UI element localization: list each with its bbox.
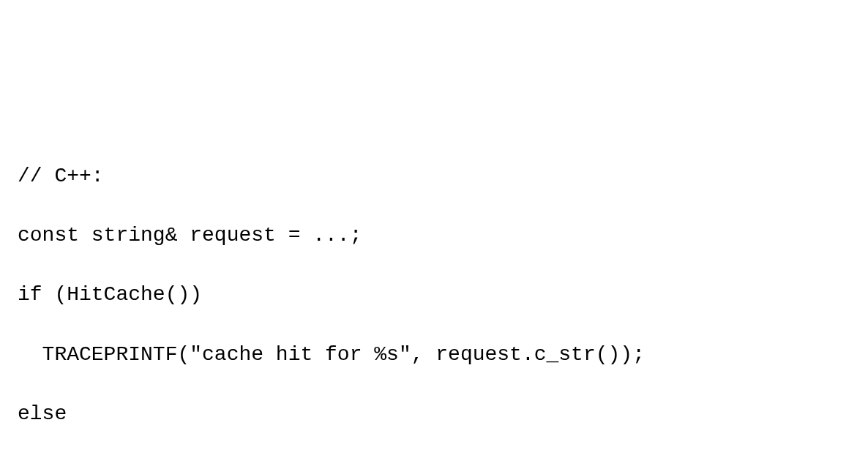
- code-line: TRACEPRINTF("cache hit for %s", request.…: [18, 340, 850, 370]
- code-snippet: // C++: const string& request = ...; if …: [18, 132, 850, 458]
- code-line: // C++:: [18, 162, 850, 192]
- code-line: else: [18, 399, 850, 429]
- code-line: const string& request = ...;: [18, 221, 850, 251]
- code-line: if (HitCache()): [18, 280, 850, 310]
